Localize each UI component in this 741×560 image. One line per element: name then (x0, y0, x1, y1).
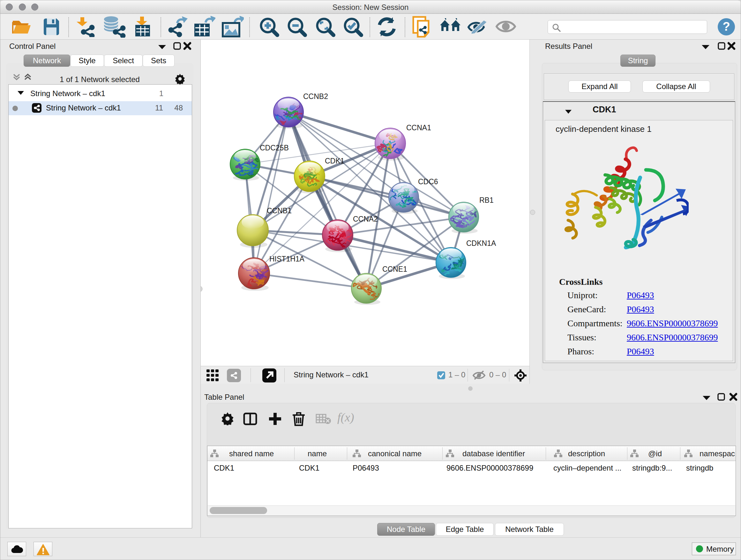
svg-text:CCNB2: CCNB2 (303, 92, 328, 101)
svg-text:CCNB1: CCNB1 (267, 206, 292, 215)
svg-text:RB1: RB1 (479, 196, 494, 204)
svg-text:?: ? (723, 20, 730, 33)
svg-text:CDK1: CDK1 (325, 157, 344, 165)
svg-text:CDC6: CDC6 (418, 178, 438, 186)
svg-text:HIST1H1A: HIST1H1A (269, 255, 305, 263)
svg-text:CCNA1: CCNA1 (406, 124, 431, 132)
svg-text:CDKN1A: CDKN1A (466, 239, 496, 247)
svg-text:CCNE1: CCNE1 (382, 265, 407, 273)
svg-text:CCNA2: CCNA2 (353, 215, 378, 223)
svg-text:CDC25B: CDC25B (260, 144, 289, 152)
